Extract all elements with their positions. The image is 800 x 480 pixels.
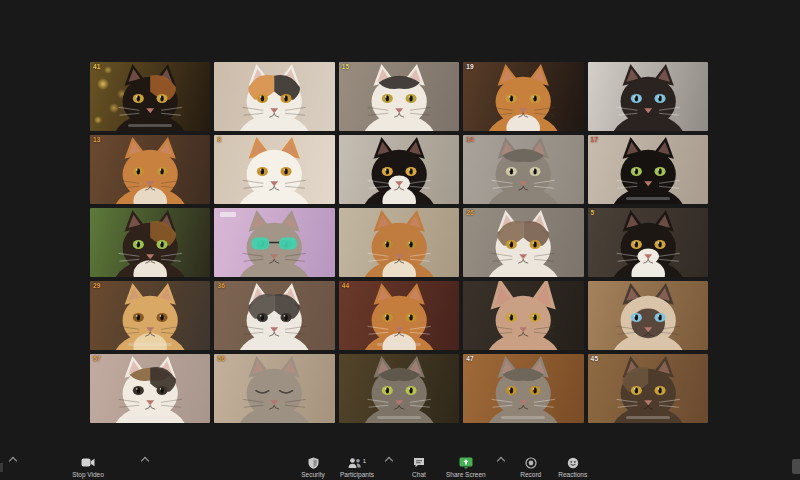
video-tile[interactable] — [588, 62, 708, 131]
stop-video-chevron-icon[interactable] — [141, 457, 149, 465]
video-tile[interactable] — [339, 354, 459, 423]
chat-button[interactable]: Chat — [404, 457, 434, 479]
video-watermark — [626, 197, 670, 200]
cat-avatar — [463, 62, 583, 131]
participants-label: Participants — [340, 472, 374, 479]
video-tile[interactable] — [339, 208, 459, 277]
security-button[interactable]: Security — [298, 457, 328, 479]
video-tile[interactable]: 15 — [339, 62, 459, 131]
mute-button-clipped[interactable] — [0, 463, 3, 472]
cat-avatar — [588, 281, 708, 350]
video-tile[interactable]: 41 — [90, 62, 210, 131]
cat-avatar — [339, 135, 459, 204]
video-tile[interactable]: 14 — [463, 135, 583, 204]
video-watermark — [220, 212, 236, 217]
share-screen-chevron-icon[interactable] — [496, 457, 504, 465]
cat-avatar — [588, 208, 708, 277]
tile-number-badge: 5 — [591, 210, 595, 217]
tile-number-badge: 8 — [217, 137, 221, 144]
tile-number-badge: 13 — [93, 137, 101, 144]
reactions-label: Reactions — [558, 472, 587, 479]
video-watermark — [501, 416, 545, 419]
video-tile[interactable]: 56 — [214, 354, 334, 423]
video-watermark — [626, 416, 670, 419]
tile-number-badge: 45 — [591, 356, 599, 363]
cat-avatar — [214, 62, 334, 131]
record-icon — [525, 457, 537, 470]
toolbar-left-cluster: Stop Video — [10, 457, 148, 479]
participants-chevron-icon[interactable] — [385, 457, 393, 465]
reactions-button[interactable]: Reactions — [558, 457, 588, 479]
video-tile[interactable]: 19 — [463, 62, 583, 131]
cat-avatar — [463, 208, 583, 277]
video-watermark — [377, 343, 421, 346]
chat-label: Chat — [412, 472, 426, 479]
video-gallery-grid: 411519138141726529364457564745 — [90, 62, 708, 423]
cat-avatar — [90, 354, 210, 423]
cat-avatar — [214, 281, 334, 350]
cat-avatar — [214, 208, 334, 277]
stop-video-label: Stop Video — [72, 472, 104, 479]
share-screen-icon — [459, 457, 473, 470]
video-tile[interactable] — [214, 62, 334, 131]
video-watermark — [377, 416, 421, 419]
participants-count-badge: 1 — [363, 458, 366, 464]
cat-avatar — [339, 208, 459, 277]
cat-avatar — [463, 354, 583, 423]
video-tile[interactable]: 17 — [588, 135, 708, 204]
security-label: Security — [301, 472, 324, 479]
video-tile[interactable]: 36 — [214, 281, 334, 350]
cat-avatar — [588, 135, 708, 204]
record-label: Record — [520, 472, 541, 479]
stop-video-button[interactable]: Stop Video — [60, 457, 116, 479]
video-tile[interactable]: 5 — [588, 208, 708, 277]
shield-icon — [308, 457, 319, 470]
record-button[interactable]: Record — [516, 457, 546, 479]
video-watermark — [128, 343, 172, 346]
tile-number-badge: 29 — [93, 283, 101, 290]
video-tile[interactable] — [463, 281, 583, 350]
cat-avatar — [214, 135, 334, 204]
cat-avatar — [90, 62, 210, 131]
cat-avatar — [463, 135, 583, 204]
share-screen-button[interactable]: Share Screen — [446, 457, 486, 479]
video-tile[interactable] — [339, 135, 459, 204]
cat-avatar — [339, 281, 459, 350]
toolbar-center-cluster: Security 1 Participants Chat Share Scree… — [298, 457, 588, 479]
video-tile[interactable]: 26 — [463, 208, 583, 277]
tile-number-badge: 57 — [93, 356, 101, 363]
video-tile[interactable]: 29 — [90, 281, 210, 350]
cat-avatar — [588, 62, 708, 131]
video-tile[interactable] — [214, 208, 334, 277]
video-tile[interactable] — [90, 208, 210, 277]
video-tile[interactable]: 57 — [90, 354, 210, 423]
video-tile[interactable]: 8 — [214, 135, 334, 204]
tile-number-badge: 56 — [217, 356, 225, 363]
video-watermark — [128, 124, 172, 127]
video-tile[interactable]: 44 — [339, 281, 459, 350]
toolbar-edge-element — [792, 459, 800, 474]
mute-chevron-icon[interactable] — [9, 457, 17, 465]
video-tile[interactable]: 13 — [90, 135, 210, 204]
tile-number-badge: 36 — [217, 283, 225, 290]
tile-number-badge: 26 — [466, 210, 474, 217]
video-camera-icon — [81, 457, 95, 470]
cat-avatar — [339, 62, 459, 131]
reactions-smiley-icon — [567, 457, 579, 470]
tile-number-badge: 17 — [591, 137, 599, 144]
cat-avatar — [90, 208, 210, 277]
tile-number-badge: 47 — [466, 356, 474, 363]
cat-avatar — [90, 281, 210, 350]
video-tile[interactable]: 47 — [463, 354, 583, 423]
meeting-toolbar: Stop Video Security 1 Participants Chat — [0, 448, 800, 480]
video-tile[interactable] — [588, 281, 708, 350]
video-tile[interactable]: 45 — [588, 354, 708, 423]
tile-number-badge: 15 — [342, 64, 350, 71]
tile-number-badge: 19 — [466, 64, 474, 71]
video-watermark — [128, 416, 172, 419]
cat-avatar — [339, 354, 459, 423]
cat-avatar — [588, 354, 708, 423]
participants-button[interactable]: 1 Participants — [340, 457, 374, 479]
chat-bubble-icon — [413, 457, 425, 470]
share-screen-label: Share Screen — [446, 472, 486, 479]
